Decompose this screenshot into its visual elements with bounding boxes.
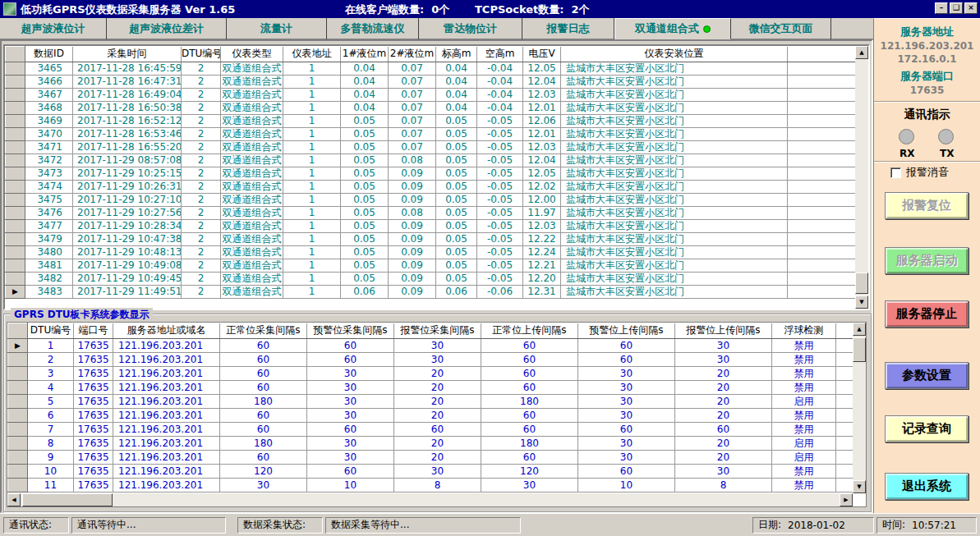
cell[interactable]: 盐城市大丰区安置小区北门 [561, 233, 788, 246]
dtu-vscrollbar[interactable]: ▲ ▼ [853, 323, 866, 493]
vscrollbar-thumb[interactable] [855, 273, 868, 294]
close-icon[interactable]: × [964, 2, 978, 14]
cell[interactable]: 60 [675, 423, 772, 437]
cell[interactable]: 2 [182, 220, 221, 233]
cell[interactable]: 0.04 [436, 76, 477, 89]
cell[interactable]: 1 [283, 76, 341, 89]
cell[interactable]: 60 [307, 423, 394, 437]
row-selector[interactable] [8, 353, 28, 367]
cell[interactable]: 60 [481, 409, 578, 423]
cell[interactable]: 120 [220, 465, 307, 479]
cell[interactable]: 3482 [25, 273, 73, 286]
row-selector[interactable] [6, 233, 25, 246]
cell[interactable]: 盐城市大丰区安置小区北门 [561, 141, 788, 154]
server-stop-button[interactable]: 服务器停止 [885, 300, 968, 328]
cell[interactable]: 2 [182, 246, 221, 259]
cell[interactable]: 20 [394, 409, 481, 423]
table-row[interactable]: 217635121.196.203.201606030606030禁用 [8, 353, 853, 367]
cell[interactable]: 启用 [772, 395, 836, 409]
cell[interactable]: 0.09 [389, 194, 436, 207]
cell[interactable]: 2 [182, 167, 221, 181]
row-selector[interactable] [6, 76, 25, 89]
row-selector[interactable] [6, 141, 25, 154]
cell[interactable]: 12.21 [523, 259, 561, 273]
cell[interactable]: 双通道组合式 [221, 141, 283, 154]
table-row[interactable]: 34752017-11-29 10:27:102双通道组合式10.050.090… [6, 194, 856, 207]
cell[interactable]: 60 [481, 367, 578, 381]
cell[interactable]: -0.05 [477, 207, 523, 220]
cell[interactable]: 0.04 [341, 62, 389, 76]
cell[interactable]: 双通道组合式 [221, 286, 283, 299]
cell[interactable]: 60 [220, 339, 307, 353]
cell[interactable]: 9 [28, 451, 74, 465]
scroll-right-icon[interactable]: ▶ [840, 493, 853, 506]
cell[interactable]: -0.05 [477, 154, 523, 167]
cell[interactable]: -0.05 [477, 128, 523, 141]
cell[interactable]: 2 [182, 207, 221, 220]
cell[interactable]: 0.05 [341, 207, 389, 220]
cell[interactable]: 1 [283, 154, 341, 167]
cell[interactable]: 0.08 [389, 207, 436, 220]
cell[interactable]: 20 [394, 437, 481, 451]
cell[interactable]: 2017-11-28 16:52:12 [73, 115, 182, 128]
cell[interactable]: 10 [307, 479, 394, 492]
cell[interactable]: 0.04 [436, 89, 477, 102]
cell[interactable]: 17635 [74, 437, 113, 451]
cell[interactable]: 0.05 [341, 167, 389, 181]
dtu-hscrollbar[interactable]: ◀ ▶ [7, 493, 853, 506]
cell[interactable]: 3468 [25, 102, 73, 115]
parameter-settings-button[interactable]: 参数设置 [885, 362, 968, 389]
cell[interactable]: 60 [220, 423, 307, 437]
cell[interactable]: 0.05 [341, 246, 389, 259]
cell[interactable]: 2017-11-28 16:53:46 [73, 128, 182, 141]
selected-row-marker-icon[interactable]: ▶ [6, 286, 25, 299]
cell[interactable]: 3483 [25, 286, 73, 299]
table-row[interactable]: 317635121.196.203.201603020603020禁用 [8, 367, 853, 381]
cell[interactable]: 2017-11-29 10:48:13 [73, 246, 182, 259]
cell[interactable]: 30 [307, 367, 394, 381]
exit-system-button[interactable]: 退出系统 [885, 473, 968, 500]
table-row[interactable]: 34732017-11-29 10:25:152双通道组合式10.050.090… [6, 167, 856, 181]
table-row[interactable]: 34722017-11-29 08:57:082双通道组合式10.050.080… [6, 154, 856, 167]
cell[interactable]: 30 [481, 479, 578, 492]
table-row[interactable]: ▶117635121.196.203.201606030606030禁用 [8, 339, 853, 353]
cell[interactable]: 0.08 [389, 154, 436, 167]
cell[interactable]: 1 [283, 181, 341, 194]
cell[interactable]: 120 [481, 465, 578, 479]
cell[interactable]: 0.05 [341, 181, 389, 194]
cell[interactable]: 30 [578, 381, 675, 395]
cell[interactable]: 12.01 [523, 102, 561, 115]
row-selector[interactable] [6, 246, 25, 259]
row-selector[interactable] [6, 154, 25, 167]
cell[interactable]: 盐城市大丰区安置小区北门 [561, 76, 788, 89]
cell[interactable]: 20 [675, 451, 772, 465]
cell[interactable]: 0.05 [436, 273, 477, 286]
cell[interactable]: 121.196.203.201 [113, 367, 220, 381]
cell[interactable]: -0.04 [477, 102, 523, 115]
cell[interactable]: 30 [578, 409, 675, 423]
cell[interactable]: 0.07 [389, 89, 436, 102]
row-selector[interactable] [8, 381, 28, 395]
cell[interactable]: -0.04 [477, 62, 523, 76]
cell[interactable]: 12.31 [523, 286, 561, 299]
cell[interactable]: -0.04 [477, 76, 523, 89]
cell[interactable]: 3477 [25, 220, 73, 233]
cell[interactable]: 8 [675, 479, 772, 492]
cell[interactable]: 0.05 [436, 181, 477, 194]
cell[interactable]: 20 [675, 437, 772, 451]
cell[interactable]: 30 [307, 437, 394, 451]
cell[interactable]: 60 [578, 465, 675, 479]
cell[interactable]: -0.05 [477, 167, 523, 181]
row-selector[interactable] [6, 115, 25, 128]
cell[interactable]: 11 [28, 479, 74, 492]
cell[interactable]: 0.09 [389, 259, 436, 273]
row-selector[interactable] [6, 128, 25, 141]
cell[interactable]: 2 [182, 154, 221, 167]
cell[interactable]: -0.05 [477, 273, 523, 286]
cell[interactable]: 121.196.203.201 [113, 465, 220, 479]
cell[interactable]: 60 [220, 381, 307, 395]
cell[interactable]: 6 [28, 409, 74, 423]
cell[interactable]: 11.97 [523, 207, 561, 220]
cell[interactable]: 2 [182, 141, 221, 154]
cell[interactable]: -0.05 [477, 181, 523, 194]
